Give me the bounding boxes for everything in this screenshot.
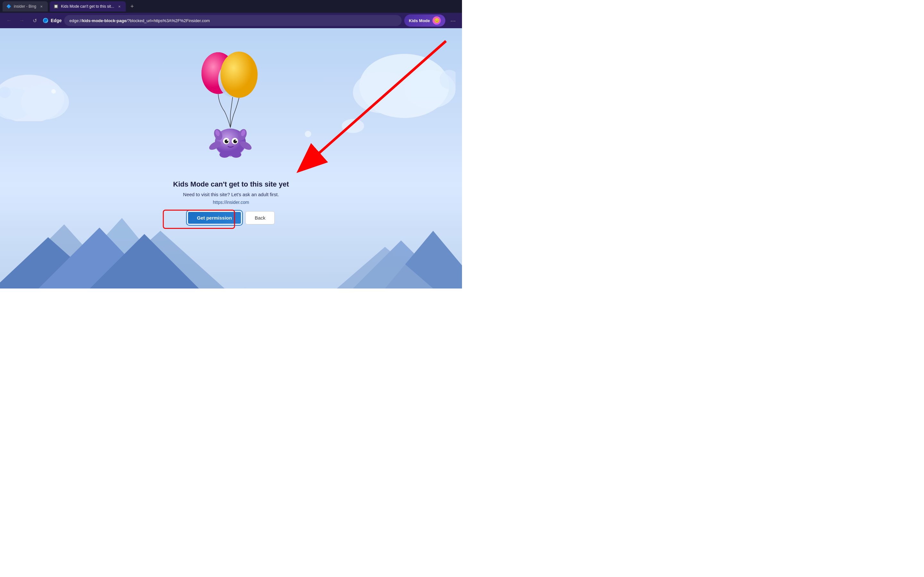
edge-logo: Edge — [42, 17, 61, 24]
page-content: Kids Mode can't get to this site yet Nee… — [0, 28, 462, 288]
edge-icon — [42, 17, 49, 24]
bing-tab-icon: 🔷 — [6, 4, 11, 9]
svg-point-9 — [51, 89, 56, 93]
tab-bing[interactable]: 🔷 insider - Bing ✕ — [3, 1, 48, 11]
refresh-button[interactable]: ↺ — [29, 15, 40, 26]
cloud-left — [0, 57, 80, 122]
cloud-small-right — [340, 115, 366, 135]
kids-tab-close[interactable]: ✕ — [117, 4, 122, 9]
svg-point-5 — [353, 71, 411, 113]
cloud-right — [340, 47, 456, 126]
action-buttons: Get permission Back — [167, 211, 295, 224]
bing-tab-close[interactable]: ✕ — [39, 4, 44, 9]
svg-point-26 — [236, 140, 237, 141]
url-path: kids-mode-block-page — [82, 18, 126, 23]
back-icon: ← — [6, 18, 11, 23]
more-icon: ··· — [451, 17, 456, 24]
url-suffix: /?blocked_url=https%3A%2F%2Finsider.com — [126, 18, 210, 23]
page-title: Kids Mode can't get to this site yet — [167, 180, 295, 189]
svg-point-29 — [220, 151, 230, 158]
kids-mode-avatar: 😊 — [433, 16, 441, 25]
kids-mode-label: Kids Mode — [409, 18, 430, 23]
svg-point-14 — [220, 52, 258, 98]
title-bar: 🔷 insider - Bing ✕ 🔲 Kids Mode can't get… — [0, 0, 462, 13]
new-tab-button[interactable]: + — [128, 2, 137, 11]
get-permission-button[interactable]: Get permission — [187, 211, 242, 224]
address-bar: ← → ↺ Edge edge://kids-mode-block-page/?… — [0, 13, 462, 28]
kids-tab-icon: 🔲 — [53, 4, 58, 9]
balloon-scene — [183, 47, 279, 169]
url-prefix: edge:// — [69, 18, 82, 23]
edge-label: Edge — [51, 18, 61, 23]
kids-mode-button[interactable]: Kids Mode 😊 — [404, 15, 445, 27]
blocked-url: https://insider.com — [167, 200, 295, 205]
svg-point-25 — [227, 140, 228, 141]
svg-point-10 — [305, 131, 311, 137]
kids-tab-label: Kids Mode can't get to this sit... — [61, 4, 114, 9]
back-button-page[interactable]: Back — [246, 211, 275, 224]
refresh-icon: ↺ — [33, 18, 37, 24]
svg-point-2 — [21, 84, 69, 119]
tab-kids-mode[interactable]: 🔲 Kids Mode can't get to this sit... ✕ — [50, 1, 126, 11]
dot-right — [305, 131, 311, 139]
dot-left — [51, 89, 56, 95]
forward-icon: → — [19, 18, 24, 23]
svg-point-30 — [231, 151, 241, 158]
forward-button[interactable]: → — [17, 15, 27, 26]
more-options-button[interactable]: ··· — [448, 15, 458, 26]
page-subtitle: Need to visit this site? Let's ask an ad… — [167, 192, 295, 197]
message-box: Kids Mode can't get to this site yet Nee… — [167, 180, 295, 224]
url-bar[interactable]: edge://kids-mode-block-page/?blocked_url… — [64, 15, 402, 26]
back-button[interactable]: ← — [4, 15, 14, 26]
bing-tab-label: insider - Bing — [14, 4, 36, 9]
svg-point-8 — [342, 119, 364, 133]
